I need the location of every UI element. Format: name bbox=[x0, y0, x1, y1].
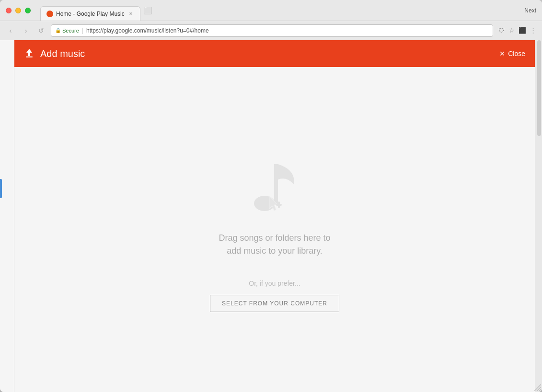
drag-text-line2: add music to your library. bbox=[227, 246, 323, 256]
sidebar bbox=[0, 40, 14, 392]
maximize-window-button[interactable] bbox=[25, 8, 31, 13]
svg-line-9 bbox=[539, 389, 541, 391]
select-from-computer-button[interactable]: SELECT FROM YOUR COMPUTER bbox=[210, 295, 339, 312]
forward-button[interactable]: › bbox=[20, 25, 32, 36]
refresh-button[interactable]: ↺ bbox=[35, 25, 47, 36]
add-music-title: Add music bbox=[40, 48, 499, 59]
scrollbar-thumb bbox=[537, 40, 541, 136]
sidebar-accent bbox=[0, 179, 2, 198]
music-note-icon-area bbox=[243, 147, 306, 224]
cast-icon[interactable]: ⬛ bbox=[518, 26, 527, 35]
url-divider: | bbox=[82, 27, 83, 34]
secure-badge: 🔒 Secure bbox=[55, 28, 79, 34]
lock-icon: 🔒 bbox=[55, 28, 61, 33]
address-bar-row: ‹ › ↺ 🔒 Secure | https://play.google.com… bbox=[0, 21, 542, 40]
drag-text: Drag songs or folders here to add music … bbox=[219, 232, 330, 258]
back-button[interactable]: ‹ bbox=[5, 25, 16, 36]
new-tab-button[interactable]: ⬜ bbox=[141, 5, 155, 16]
add-music-header: Add music ✕ Close bbox=[14, 40, 535, 67]
minimize-window-button[interactable] bbox=[15, 8, 21, 13]
menu-icon[interactable]: ⋮ bbox=[529, 26, 537, 35]
tab-bar: Home - Google Play Music ✕ ⬜ bbox=[40, 0, 155, 21]
svg-rect-1 bbox=[26, 56, 33, 57]
upload-icon bbox=[24, 47, 35, 60]
content-area: Add music ✕ Close bbox=[0, 40, 542, 392]
drop-zone: Drag songs or folders here to add music … bbox=[14, 67, 535, 392]
resize-handle[interactable] bbox=[534, 384, 541, 391]
window-next-label: Next bbox=[524, 7, 536, 14]
close-panel-button[interactable]: ✕ Close bbox=[499, 50, 525, 57]
drag-text-line1: Drag songs or folders here to bbox=[219, 233, 330, 243]
tab-title: Home - Google Play Music bbox=[56, 11, 125, 17]
url-text: https://play.google.com/music/listen?u=0… bbox=[86, 27, 209, 34]
or-prefer-label: Or, if you prefer... bbox=[249, 280, 300, 287]
tab-close-button[interactable]: ✕ bbox=[127, 11, 134, 17]
close-icon: ✕ bbox=[499, 50, 505, 57]
svg-line-8 bbox=[537, 387, 541, 391]
shield-icon[interactable]: 🛡 bbox=[497, 26, 506, 35]
browser-window: Home - Google Play Music ✕ ⬜ Next ‹ › ↺ … bbox=[0, 0, 542, 392]
active-tab[interactable]: Home - Google Play Music ✕ bbox=[40, 6, 140, 21]
traffic-lights bbox=[6, 8, 31, 13]
bookmark-icon[interactable]: ☆ bbox=[507, 26, 516, 35]
svg-rect-3 bbox=[274, 164, 278, 204]
title-bar: Home - Google Play Music ✕ ⬜ Next bbox=[0, 0, 542, 21]
browser-icons-right: 🛡 ☆ ⬛ ⋮ bbox=[497, 26, 537, 35]
svg-rect-6 bbox=[276, 204, 282, 206]
address-bar[interactable]: 🔒 Secure | https://play.google.com/music… bbox=[51, 24, 493, 37]
music-note-icon bbox=[243, 150, 306, 222]
close-window-button[interactable] bbox=[6, 8, 12, 13]
tab-favicon bbox=[46, 11, 53, 17]
scrollbar[interactable] bbox=[535, 40, 542, 392]
main-content: Add music ✕ Close bbox=[14, 40, 535, 392]
secure-label: Secure bbox=[62, 28, 79, 34]
close-label: Close bbox=[508, 50, 525, 57]
svg-marker-0 bbox=[26, 49, 32, 56]
